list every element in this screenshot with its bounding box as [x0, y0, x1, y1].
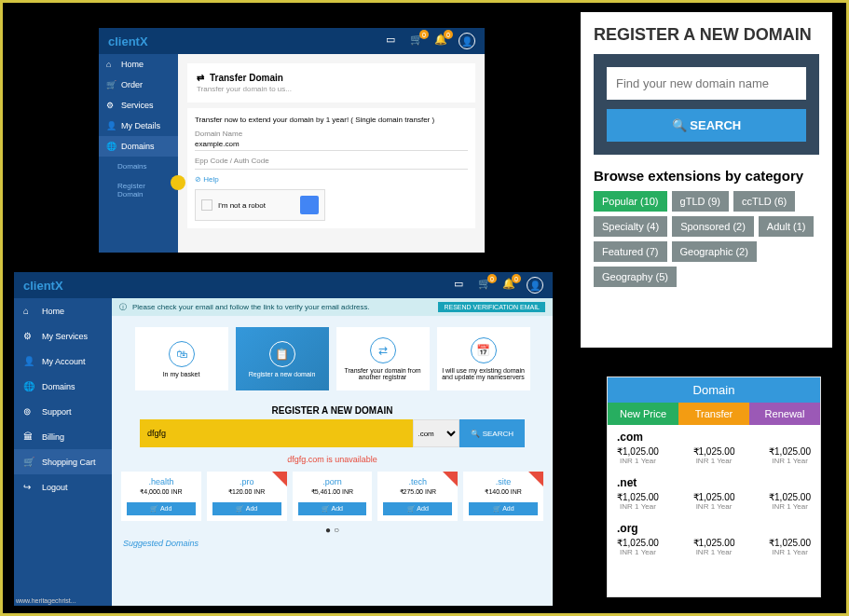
transfer-icon: ⇄	[370, 337, 396, 363]
sidebar-item-billing[interactable]: 🏛Billing	[14, 424, 112, 449]
sidebar-item-domains[interactable]: 🌐Domains	[99, 136, 178, 157]
bell-icon[interactable]: 🔔0	[434, 34, 449, 48]
verification-alert: ⓘ Please check your email and follow the…	[112, 298, 553, 316]
card-icon[interactable]: ▭	[454, 278, 469, 293]
sidebar-item-home[interactable]: ⌂Home	[14, 298, 112, 323]
sidebar-item-shoppingcart[interactable]: 🛒Shopping Cart	[14, 449, 112, 474]
tile-transfer[interactable]: ⇄Transfer your domain from another regis…	[336, 327, 430, 390]
sidebar: ⌂Home ⚙My Services 👤My Account 🌐Domains …	[14, 298, 112, 606]
sidebar-item-support[interactable]: ⊚Support	[14, 399, 112, 424]
tag-geographic[interactable]: Geographic (2)	[672, 241, 757, 262]
cart-icon: 🛒	[106, 80, 116, 89]
transfer-notice: Transfer now to extend your domain by 1 …	[195, 116, 468, 124]
sidebar-item-myservices[interactable]: ⚙My Services	[14, 323, 112, 349]
sidebar-subitem-register[interactable]: Register Domain	[99, 176, 178, 204]
sidebar-item-home[interactable]: ⌂Home	[99, 54, 178, 75]
tag-specialty[interactable]: Specialty (4)	[594, 216, 667, 237]
action-tiles: 🛍In my basket 📋Register a new domain ⇄Tr…	[112, 316, 553, 402]
epp-input[interactable]	[195, 165, 468, 170]
sidebar-item-myaccount[interactable]: 👤My Account	[14, 349, 112, 374]
globe-icon: 🌐	[106, 142, 116, 151]
gear-icon: ⚙	[106, 101, 116, 110]
recaptcha-logo-icon	[300, 196, 319, 214]
domain-price-panel: Domain New Price Transfer Renewal .com ₹…	[607, 376, 821, 597]
add-button[interactable]: 🛒 Add	[212, 502, 281, 515]
avatar[interactable]: 👤	[527, 277, 543, 294]
globe-icon: 🌐	[23, 381, 34, 391]
panel-title: REGISTER A NEW DOMAIN	[594, 25, 819, 45]
sidebar-subitem-domains[interactable]: Domains	[99, 157, 178, 176]
domain-card: .pro₹120.00 INR🛒 Add	[207, 472, 287, 521]
topbar: clientX ▭ 🛒0 🔔0 👤	[99, 28, 485, 54]
info-icon: ⓘ	[119, 302, 127, 312]
domain-card: .porn₹5,461.00 INR🛒 Add	[293, 472, 373, 521]
suggested-domains-link[interactable]: Suggested Domains	[123, 539, 553, 548]
domain-card: .site₹140.00 INR🛒 Add	[463, 472, 543, 521]
search-box: 🔍 SEARCH	[594, 54, 819, 155]
resend-verification-button[interactable]: RESEND VERIFICATION EMAIL	[438, 302, 545, 312]
unavailable-text: dfgfg.com is unavailable	[112, 455, 553, 464]
domain-input[interactable]: example.com	[195, 138, 468, 151]
logo: clientX	[108, 34, 148, 48]
table-header: Domain	[608, 377, 820, 403]
domain-card: .tech₹275.00 INR🛒 Add	[377, 472, 458, 521]
add-button[interactable]: 🛒 Add	[298, 502, 367, 515]
price-row: .net ₹1,025.00INR 1 Year ₹1,025.00INR 1 …	[608, 471, 820, 516]
tag-adult[interactable]: Adult (1)	[759, 216, 815, 237]
search-button[interactable]: 🔍 SEARCH	[459, 419, 525, 447]
hot-ribbon-icon	[443, 472, 458, 486]
tab-newprice[interactable]: New Price	[608, 403, 678, 425]
main-domain-panel: clientX ▭ 🛒0 🔔0 👤 ⌂Home ⚙My Services 👤My…	[14, 272, 553, 606]
home-icon: ⌂	[23, 306, 34, 316]
domain-card: .health₹4,000.00 INR🛒 Add	[121, 472, 201, 521]
tile-existing[interactable]: 📅I will use my existing domain and updat…	[437, 327, 530, 390]
card-icon[interactable]: ▭	[386, 34, 401, 48]
add-button[interactable]: 🛒 Add	[383, 502, 452, 515]
content: ⇄Transfer Domain Transfer your domain to…	[178, 54, 485, 253]
tab-renewal[interactable]: Renewal	[749, 403, 820, 425]
gear-icon: ⚙	[23, 331, 34, 341]
help-link[interactable]: ⊘ Help	[195, 175, 468, 184]
sidebar: ⌂Home 🛒Order ⚙Services 👤My Details 🌐Doma…	[99, 54, 178, 253]
sidebar-item-services[interactable]: ⚙Services	[99, 95, 178, 116]
browse-title: Browse extensions by category	[594, 168, 819, 184]
tag-cctld[interactable]: ccTLD (6)	[733, 191, 795, 212]
logout-icon: ↪	[23, 482, 34, 492]
sidebar-item-domains[interactable]: 🌐Domains	[14, 374, 112, 399]
tab-transfer[interactable]: Transfer	[678, 403, 749, 425]
pagination-dots[interactable]: ● ○	[112, 525, 553, 535]
tag-geography[interactable]: Geography (5)	[594, 267, 677, 287]
domain-search-input[interactable]	[607, 67, 806, 100]
register-domain-panel: REGISTER A NEW DOMAIN 🔍 SEARCH Browse ex…	[581, 12, 832, 348]
tag-popular[interactable]: Popular (10)	[594, 191, 667, 212]
bell-icon[interactable]: 🔔0	[502, 278, 517, 293]
hot-ribbon-icon	[528, 472, 543, 486]
tile-basket[interactable]: 🛍In my basket	[135, 327, 228, 390]
sidebar-item-order[interactable]: 🛒Order	[99, 75, 178, 95]
price-row: .org ₹1,025.00INR 1 Year ₹1,025.00INR 1 …	[608, 516, 820, 562]
basket-icon: 🛍	[169, 341, 195, 367]
title-card: ⇄Transfer Domain Transfer your domain to…	[187, 63, 475, 103]
transfer-icon: ⇄	[197, 73, 204, 83]
search-button[interactable]: 🔍 SEARCH	[607, 109, 806, 142]
recaptcha[interactable]: I'm not a robot	[195, 189, 325, 221]
support-icon: ⊚	[23, 406, 34, 417]
tag-featured[interactable]: Featured (7)	[594, 241, 667, 262]
tile-register[interactable]: 📋Register a new domain	[236, 327, 329, 390]
cart-icon[interactable]: 🛒0	[478, 278, 493, 293]
sidebar-item-mydetails[interactable]: 👤My Details	[99, 116, 178, 136]
tag-sponsored[interactable]: Sponsored (2)	[672, 216, 754, 237]
add-button[interactable]: 🛒 Add	[127, 502, 196, 515]
category-tags: Popular (10) gTLD (9) ccTLD (6) Specialt…	[594, 191, 819, 287]
extension-select[interactable]: .com	[413, 419, 459, 447]
logo: clientX	[23, 279, 63, 293]
calendar-icon: 📅	[471, 337, 497, 363]
cart-icon[interactable]: 🛒0	[410, 34, 425, 48]
tag-gtld[interactable]: gTLD (9)	[672, 191, 729, 212]
avatar[interactable]: 👤	[459, 33, 475, 49]
add-button[interactable]: 🛒 Add	[469, 502, 538, 515]
domain-search-input[interactable]	[140, 419, 413, 447]
user-icon: 👤	[106, 121, 116, 130]
captcha-checkbox[interactable]	[201, 199, 212, 211]
sidebar-item-logout[interactable]: ↪Logout	[14, 474, 112, 500]
